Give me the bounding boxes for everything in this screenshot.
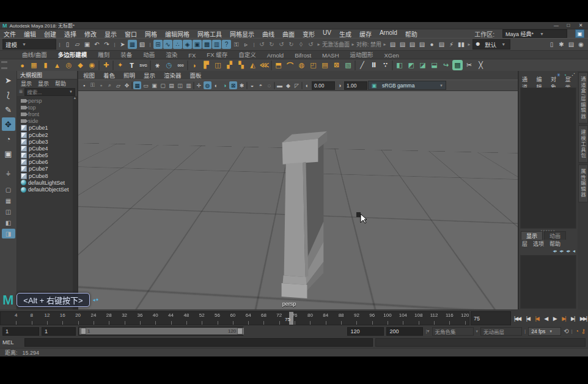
light-editor-icon[interactable]: ▤ (437, 40, 446, 49)
poly-text-icon[interactable]: T (127, 60, 137, 70)
shelf-tab-animation[interactable]: 动画 (142, 50, 156, 59)
field-chart-icon[interactable]: ▤ (167, 81, 175, 89)
separate-icon[interactable]: ▚ (236, 60, 246, 70)
render-current-frame-icon[interactable]: ▤ (398, 40, 407, 49)
separate-layers-icon[interactable]: ▬ (276, 81, 284, 89)
auto-keyframe-icon[interactable]: ⚷ (581, 328, 586, 334)
menu-windows[interactable]: 窗口 (125, 29, 137, 39)
bevel-icon[interactable]: ◰ (308, 60, 318, 70)
shaded-icon[interactable]: ◍ (204, 81, 211, 89)
retopo-icon[interactable]: ↪ (441, 60, 451, 70)
safe-title-icon[interactable]: ▥ (185, 81, 193, 89)
range-end-handle[interactable] (237, 328, 243, 334)
panel-menu-panels[interactable]: 面板 (190, 71, 202, 79)
svg-tool-icon[interactable]: SVG (138, 60, 149, 70)
outliner-item-side[interactable]: side (21, 118, 77, 125)
play-backwards-button[interactable]: ◀ (544, 316, 547, 322)
go-to-end-button[interactable]: ▶▶| (580, 316, 586, 322)
make-live-icon[interactable]: ▩ (202, 40, 211, 49)
outliner-menu-display[interactable]: 显示 (21, 79, 32, 87)
output-operations-icon[interactable]: ↻ (267, 40, 276, 49)
menu-set-dropdown[interactable]: 建模▼ (2, 39, 56, 50)
layer-options-icon[interactable]: ◂ (573, 248, 575, 254)
panel-menu-show[interactable]: 显示 (144, 71, 155, 79)
outliner-scrollbar[interactable]: ▲ (73, 96, 77, 309)
camera-attributes-icon[interactable]: ▫ (97, 81, 105, 89)
outliner-item-pcube6[interactable]: pCube6 (21, 159, 77, 166)
snap-grid-icon[interactable]: ⊞ (153, 40, 163, 49)
menu-modify[interactable]: 修改 (84, 29, 97, 39)
go-to-start-button[interactable]: |◀◀ (514, 316, 520, 322)
outliner-search-input[interactable]: 搜索... ▼ (24, 88, 75, 96)
layer-menu-options[interactable]: 选项 (533, 240, 544, 248)
viewport-3d-view[interactable]: persp (78, 91, 518, 309)
menu-edit-mesh[interactable]: 编辑网格 (165, 29, 189, 39)
sep5[interactable] (271, 61, 272, 70)
outliner-item-front[interactable]: front (21, 111, 77, 117)
isolate-select-icon[interactable]: ◌ (265, 81, 273, 89)
layer-tab-anim[interactable]: 动画 (544, 231, 566, 240)
shelf-tab-fx[interactable]: FX (187, 52, 197, 59)
current-frame-field[interactable]: 75 (471, 311, 511, 325)
shelf-tab-custom[interactable]: 自定义 (237, 50, 257, 59)
poly-disc-icon[interactable]: ◉ (87, 60, 97, 70)
menu-generate[interactable]: 生成 (339, 29, 351, 39)
workspace-controls-icon[interactable]: ◉ (576, 40, 586, 49)
sep3[interactable] (150, 61, 151, 70)
gamma-field[interactable]: 1.00 (344, 81, 367, 90)
stack-icon[interactable]: ▤ (320, 60, 330, 70)
wireframe-icon[interactable]: ✛ (195, 81, 203, 89)
shelf-tab-motion-graphics[interactable]: 运动图形 (349, 50, 375, 59)
outliner-item-top[interactable]: top (21, 104, 77, 111)
maximize-button[interactable]: □ (564, 23, 573, 28)
shelf-tab-mash[interactable]: MASH (321, 52, 340, 59)
pause-viewport-icon[interactable]: ▮▮ (457, 40, 466, 49)
merge-vertex-icon[interactable]: ◩ (406, 60, 416, 70)
checker-icon[interactable]: ▩ (452, 60, 463, 70)
tab-channel-box-layer-editor[interactable]: 通道盒/层编辑器 (578, 72, 588, 124)
animation-start-field[interactable]: 1 (2, 327, 39, 336)
resolution-gate-icon[interactable]: ▣ (150, 81, 158, 89)
select-component-icon[interactable]: ▧ (138, 40, 147, 49)
outliner-menu-help[interactable]: 帮助 (55, 79, 66, 87)
playback-end-field[interactable]: 120 (347, 327, 384, 336)
attribute-editor-toggle-icon[interactable]: ▯ (547, 40, 556, 49)
outliner-menu-show[interactable]: 显示 (38, 79, 49, 87)
poly-platonic-icon[interactable]: ✚ (101, 60, 111, 70)
tab-modeling-toolkit[interactable]: 建模工具包 (578, 125, 588, 163)
lasso-tool-icon[interactable]: ⟅ (2, 88, 15, 102)
shelf-tab-xgen[interactable]: XGen (383, 52, 400, 59)
poly-plane-icon[interactable]: ◆ (75, 60, 86, 70)
hypershade-icon[interactable]: ● (427, 40, 436, 49)
paint-select-tool-icon[interactable]: ✎ (2, 103, 15, 116)
smooth-icon[interactable]: ◭ (248, 60, 258, 70)
outliner-item-pcube4[interactable]: pCube4 (21, 145, 77, 152)
joint-tool-icon[interactable]: ⚶ (2, 168, 15, 177)
sep4[interactable] (187, 61, 188, 70)
snap-projected-center-icon[interactable]: ◈ (183, 40, 192, 49)
outliner-item-pcube2[interactable]: pCube2 (21, 131, 77, 138)
multi-cut-icon[interactable]: ∵ (380, 60, 391, 70)
menu-create[interactable]: 创建 (44, 29, 56, 39)
new-scene-icon[interactable]: ▯ (63, 40, 72, 49)
xray-icon[interactable]: ◒ (248, 81, 256, 89)
sep6[interactable] (355, 61, 356, 70)
knife-icon[interactable]: ╱ (357, 60, 367, 70)
undo-icon[interactable]: ↶ (92, 40, 101, 49)
lattice-icon[interactable]: ⊠ (331, 60, 342, 70)
shelf-visibility-toggles[interactable] (1, 59, 7, 71)
no-live-surface-field[interactable]: 无激活曲面 (322, 40, 350, 48)
close-button[interactable]: ✕ (576, 23, 586, 28)
quad-draw-icon[interactable]: ⬓ (429, 60, 439, 70)
new-layer-icon[interactable]: ◂▪ (566, 248, 570, 254)
render-view-icon[interactable]: ▤ (388, 40, 397, 49)
uv-layout-icon[interactable]: ▛ (201, 60, 211, 70)
range-slider[interactable]: 1 120 (78, 327, 243, 336)
shelf-tab-curves-surfaces[interactable]: 曲线/曲面 (21, 50, 48, 59)
layout-current-icon[interactable]: ◨ (2, 229, 15, 238)
snap-curve-icon[interactable]: ∿ (163, 40, 172, 49)
time-slider[interactable]: 75 4812162024283236404448525660646872768… (0, 311, 469, 325)
scale-tool-icon[interactable]: ▣ (2, 147, 15, 160)
use-all-lights-icon[interactable]: ◑ (221, 81, 229, 89)
image-plane-icon[interactable]: ▱ (114, 81, 122, 89)
